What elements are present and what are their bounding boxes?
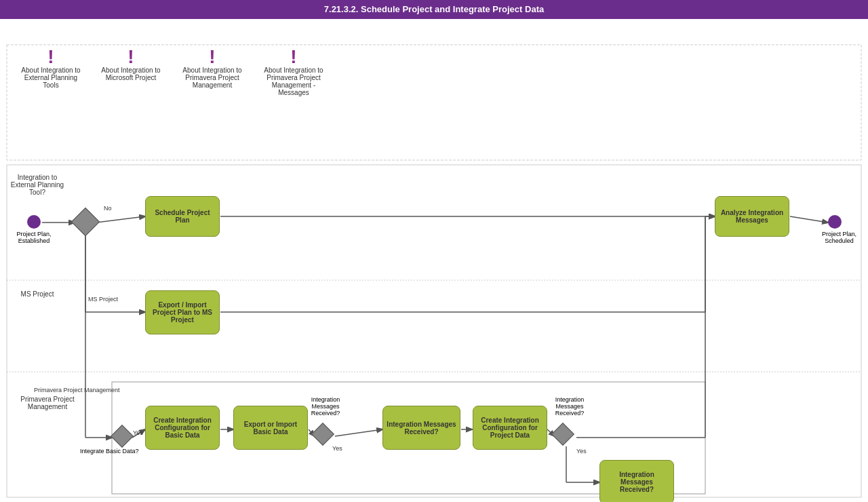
info-label-2: About Integration to Microsoft Project	[101, 66, 160, 81]
end-label: Project Plan, Scheduled	[817, 231, 861, 244]
exclamation-icon-3: !	[182, 47, 243, 66]
info-label-3: About Integration to Primavera Project M…	[182, 66, 241, 89]
process-analyze-integration[interactable]: Integration Messages Received?	[599, 460, 674, 502]
gateway-2-label: Integration Messages Received?	[298, 396, 353, 417]
info-box-4[interactable]: ! About Integration to Primavera Project…	[263, 47, 324, 96]
exclamation-icon-2: !	[100, 47, 161, 66]
gateway-3-label: Integration Messages Received?	[542, 396, 597, 417]
info-label-1: About Integration to External Planning T…	[21, 66, 80, 89]
title-text: 7.21.3.2. Schedule Project and Integrate…	[324, 4, 544, 14]
exclamation-icon-1: !	[20, 47, 81, 66]
condition-yes-3: Yes	[576, 448, 587, 455]
svg-line-6	[96, 216, 145, 223]
condition-yes-1: Yes	[133, 429, 143, 436]
gateway-3	[551, 423, 574, 446]
info-box-3[interactable]: ! About Integration to Primavera Project…	[182, 47, 243, 89]
svg-line-19	[335, 429, 382, 436]
gateway-1	[71, 208, 100, 236]
process-schedule[interactable]: Schedule Project Plan	[145, 196, 220, 237]
process-analyze-planning[interactable]: Analyze Integration Messages	[715, 196, 789, 237]
condition-primavera: Primavera Project Management	[34, 387, 120, 393]
process-ms-export[interactable]: Export / Import Project Plan to MS Proje…	[145, 290, 220, 334]
gateway-basic	[111, 425, 134, 448]
gateway-2	[311, 423, 334, 446]
exclamation-icon-4: !	[263, 47, 324, 66]
condition-yes-2: Yes	[332, 445, 342, 452]
svg-line-8	[790, 216, 828, 223]
process-project-export[interactable]: Create Integration Configuration for Pro…	[473, 406, 547, 450]
start-label: Project Plan, Established	[14, 231, 54, 244]
process-basic-config[interactable]: Create Integration Configuration for Bas…	[145, 406, 220, 450]
lane-label-2: MS Project	[10, 290, 64, 298]
process-project-config[interactable]: Integration Messages Received?	[382, 406, 460, 450]
integrate-basic-label: Integrate Basic Data?	[80, 448, 139, 455]
info-box-1[interactable]: ! About Integration to External Planning…	[20, 47, 81, 89]
process-basic-export[interactable]: Export or Import Basic Data	[233, 406, 308, 450]
info-label-4: About Integration to Primavera Project M…	[264, 66, 323, 96]
title-bar: 7.21.3.2. Schedule Project and Integrate…	[0, 0, 868, 19]
end-node	[828, 215, 842, 229]
diagram-area: ! About Integration to External Planning…	[0, 19, 868, 502]
info-box-2[interactable]: ! About Integration to Microsoft Project	[100, 47, 161, 81]
lane-label-1: Integration to External Planning Tool?	[10, 174, 64, 196]
start-node	[27, 215, 41, 229]
condition-no: No	[104, 205, 112, 212]
lane-label-3: Primavera Project Management	[10, 395, 85, 410]
condition-ms: MS Project	[88, 296, 118, 303]
